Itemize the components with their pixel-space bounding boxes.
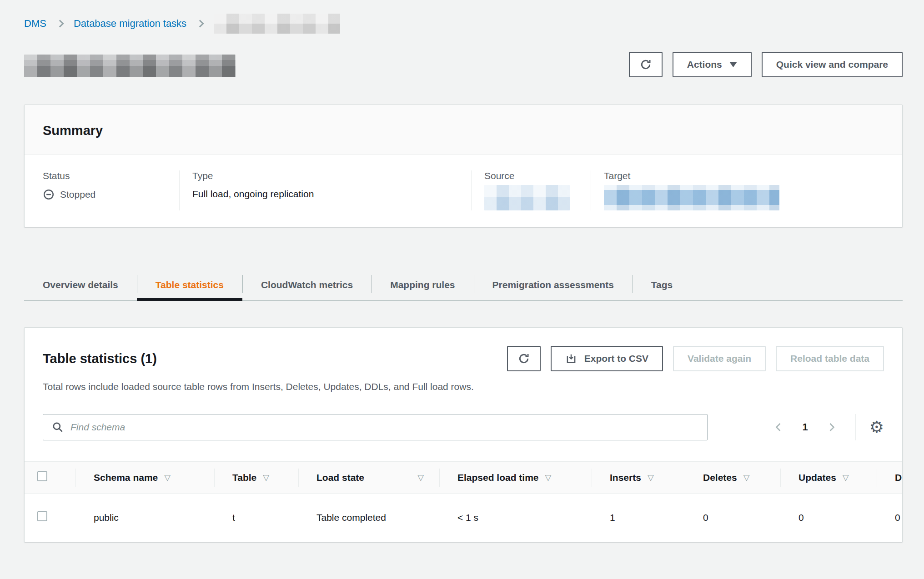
sort-caret-icon: ▽ (843, 474, 849, 482)
search-icon (52, 421, 64, 435)
reload-table-data-label: Reload table data (790, 353, 869, 364)
refresh-icon (639, 58, 652, 71)
cell-load-state: Table completed (298, 494, 439, 542)
actions-button[interactable]: Actions (673, 52, 752, 77)
refresh-icon (517, 352, 530, 365)
chevron-left-icon (773, 422, 784, 433)
column-header-schema-name[interactable]: Schema name▽ (75, 462, 214, 494)
column-header-elapsed-load-time[interactable]: Elapsed load time▽ (439, 462, 592, 494)
cell-inserts: 1 (592, 494, 685, 542)
summary-field-status: Status Stopped (25, 170, 179, 210)
cell-ddls: 0 (877, 494, 902, 542)
table-statistics-description: Total rows include loaded source table r… (25, 381, 902, 392)
sort-caret-icon: ▽ (164, 474, 171, 482)
tab-cloudwatch-metrics[interactable]: CloudWatch metrics (242, 269, 372, 300)
column-header-inserts[interactable]: Inserts▽ (592, 462, 685, 494)
cell-updates: 0 (780, 494, 877, 542)
column-header-load-state[interactable]: Load state▽ (298, 462, 439, 494)
table-statistics-title: Table statistics (1) (43, 351, 157, 366)
table-header-row: Schema name▽ Table▽ Load state▽ Elapsed … (25, 462, 902, 494)
summary-field-type: Type Full load, ongoing replication (179, 170, 471, 210)
table-refresh-button[interactable] (507, 346, 541, 371)
current-page-number[interactable]: 1 (802, 421, 808, 433)
table-row: public t Table completed < 1 s 1 0 0 0 (25, 494, 902, 542)
export-csv-label: Export to CSV (584, 353, 648, 364)
find-schema-input[interactable] (43, 414, 708, 440)
quick-view-compare-button[interactable]: Quick view and compare (762, 52, 903, 77)
tab-premigration-assessments[interactable]: Premigration assessments (474, 269, 633, 300)
breadcrumb: DMS Database migration tasks (24, 14, 903, 34)
breadcrumb-current-redacted (214, 14, 340, 34)
page-title-redacted (24, 55, 236, 77)
column-header-table[interactable]: Table▽ (214, 462, 298, 494)
row-checkbox[interactable] (37, 511, 47, 521)
cell-table: t (214, 494, 298, 542)
source-label: Source (484, 170, 580, 181)
tab-table-statistics[interactable]: Table statistics (137, 269, 242, 300)
status-stopped-icon (43, 189, 55, 200)
actions-button-label: Actions (687, 59, 722, 70)
sort-caret-icon: ▽ (417, 474, 424, 482)
sort-caret-icon: ▽ (648, 474, 654, 482)
select-all-checkbox[interactable] (37, 471, 47, 481)
download-icon (565, 353, 577, 364)
column-header-deletes[interactable]: Deletes▽ (685, 462, 780, 494)
divider (855, 414, 856, 440)
type-value: Full load, ongoing replication (192, 189, 460, 200)
chevron-right-icon (826, 422, 837, 433)
task-detail-tabs: Overview details Table statistics CloudW… (24, 269, 903, 301)
cell-deletes: 0 (685, 494, 780, 542)
column-header-ddls-clipped[interactable]: D (877, 462, 902, 494)
schema-search (43, 414, 708, 440)
refresh-button[interactable] (629, 52, 663, 77)
validate-again-button: Validate again (673, 346, 766, 371)
summary-title: Summary (43, 123, 884, 138)
breadcrumb-link-dms[interactable]: DMS (24, 18, 46, 30)
summary-card: Summary Status Stopped Type Full load, o… (24, 105, 903, 227)
cell-elapsed-load-time: < 1 s (439, 494, 592, 542)
column-header-updates[interactable]: Updates▽ (780, 462, 877, 494)
tab-tags[interactable]: Tags (633, 269, 691, 300)
validate-again-label: Validate again (688, 353, 751, 364)
breadcrumb-link-tasks[interactable]: Database migration tasks (74, 18, 186, 30)
table-statistics-table: Schema name▽ Table▽ Load state▽ Elapsed … (25, 461, 902, 542)
type-label: Type (192, 170, 460, 181)
chevron-right-icon (56, 20, 64, 28)
tab-overview-details[interactable]: Overview details (24, 269, 137, 300)
source-value-redacted[interactable] (484, 185, 570, 210)
export-csv-button[interactable]: Export to CSV (551, 346, 663, 371)
page-header: Actions Quick view and compare (24, 52, 903, 77)
chevron-right-icon (196, 20, 204, 28)
quick-view-compare-label: Quick view and compare (776, 59, 888, 70)
sort-caret-icon: ▽ (743, 474, 750, 482)
previous-page-button[interactable] (770, 419, 787, 435)
status-label: Status (43, 170, 168, 181)
tab-mapping-rules[interactable]: Mapping rules (372, 269, 473, 300)
gear-icon[interactable]: ⚙ (869, 419, 884, 435)
target-label: Target (604, 170, 891, 181)
reload-table-data-button: Reload table data (776, 346, 884, 371)
next-page-button[interactable] (824, 419, 840, 435)
target-value-redacted[interactable] (604, 185, 779, 210)
summary-field-target: Target (591, 170, 902, 210)
pagination: 1 ⚙ (770, 414, 884, 440)
status-value: Stopped (60, 189, 95, 200)
cell-schema-name: public (75, 494, 214, 542)
sort-caret-icon: ▽ (545, 474, 552, 482)
caret-down-icon (729, 62, 737, 67)
table-statistics-card: Table statistics (1) (24, 327, 903, 542)
summary-field-source: Source (471, 170, 591, 210)
sort-caret-icon: ▽ (263, 474, 269, 482)
